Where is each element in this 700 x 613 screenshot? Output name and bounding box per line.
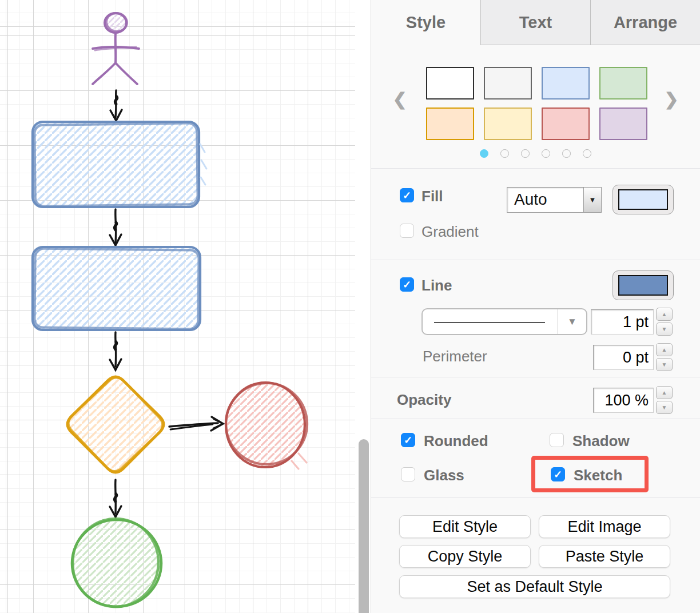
connector-arrow[interactable] — [110, 209, 121, 245]
line-color-button[interactable] — [612, 270, 674, 300]
chevron-left-icon[interactable]: ❮ — [388, 86, 411, 112]
fill-color-swatch — [618, 189, 668, 210]
style-presets-section: ❮ ❯ — [371, 45, 700, 169]
tab-style[interactable]: Style — [371, 0, 480, 45]
preset-page-dot[interactable] — [480, 149, 488, 158]
copy-style-button[interactable]: Copy Style — [399, 545, 531, 568]
line-label: Line — [421, 277, 452, 294]
tab-text[interactable]: Text — [480, 0, 590, 45]
actor-shape[interactable] — [93, 12, 139, 84]
style-preset-orange[interactable] — [426, 108, 474, 140]
style-preset-green[interactable] — [599, 67, 647, 99]
check-icon: ✓ — [403, 190, 411, 201]
opacity-stepper: ▲ ▼ — [656, 386, 673, 414]
rounded-label: Rounded — [424, 432, 488, 450]
style-buttons-section: Edit Style Edit Image Copy Style Paste S… — [371, 498, 700, 613]
tab-arrange[interactable]: Arrange — [590, 0, 700, 45]
check-icon: ✓ — [404, 435, 412, 445]
style-preset-blue[interactable] — [542, 67, 590, 99]
shadow-label: Shadow — [572, 432, 630, 450]
sketch-checkbox[interactable]: ✓ — [551, 467, 565, 481]
connector-arrow[interactable] — [110, 480, 121, 517]
process-rectangle-2[interactable] — [33, 247, 200, 330]
sketch-flowchart — [0, 0, 355, 613]
stepper-down-button[interactable]: ▼ — [656, 323, 673, 336]
preset-page-dot[interactable] — [521, 149, 530, 158]
gradient-label: Gradient — [421, 223, 479, 241]
format-panel: Style Text Arrange ❮ ❯ ✓ Fill Auto ▼ ✓ G… — [371, 0, 700, 613]
dropdown-arrow-icon: ▼ — [558, 309, 586, 334]
sketch-label: Sketch — [574, 467, 622, 484]
stepper-down-button[interactable]: ▼ — [656, 358, 673, 371]
stepper-up-button[interactable]: ▲ — [656, 343, 673, 356]
glass-checkbox[interactable]: ✓ — [401, 467, 415, 481]
style-preset-grid — [426, 67, 649, 140]
perimeter-input[interactable] — [593, 345, 654, 370]
paste-style-button[interactable]: Paste Style — [539, 545, 670, 568]
line-style-dropdown[interactable]: ▼ — [421, 308, 587, 335]
preset-page-dots — [371, 149, 700, 158]
preset-page-dot[interactable] — [500, 149, 509, 158]
gradient-checkbox[interactable]: ✓ — [400, 224, 414, 238]
stepper-down-button[interactable]: ▼ — [656, 401, 673, 414]
preset-page-dot[interactable] — [562, 149, 571, 158]
diagram-canvas[interactable] — [0, 0, 355, 613]
opacity-section: Opacity ▲ ▼ — [371, 377, 700, 419]
decision-diamond[interactable] — [67, 376, 164, 472]
perimeter-label: Perimeter — [423, 348, 487, 365]
style-preset-purple[interactable] — [599, 108, 647, 140]
edit-style-button[interactable]: Edit Style — [399, 515, 531, 538]
stepper-up-button[interactable]: ▲ — [656, 308, 673, 321]
fill-color-button[interactable] — [612, 185, 674, 214]
scrollbar-thumb[interactable] — [359, 439, 369, 613]
set-default-style-button[interactable]: Set as Default Style — [399, 575, 670, 598]
preset-page-dot[interactable] — [583, 149, 591, 158]
connector-arrow[interactable] — [110, 332, 121, 370]
fill-style-select[interactable]: Auto ▼ — [507, 187, 602, 213]
opacity-input[interactable] — [593, 388, 654, 413]
preset-page-dot[interactable] — [542, 149, 550, 158]
style-preset-red[interactable] — [542, 108, 590, 140]
fill-label: Fill — [421, 188, 443, 205]
perimeter-stepper: ▲ ▼ — [656, 343, 673, 371]
connector-arrow[interactable] — [110, 90, 122, 121]
opacity-label: Opacity — [397, 391, 451, 409]
chevron-right-icon[interactable]: ❯ — [660, 86, 683, 112]
line-style-preview — [423, 309, 558, 334]
style-preset-white[interactable] — [426, 67, 474, 99]
check-icon: ✓ — [403, 280, 411, 290]
shadow-checkbox[interactable]: ✓ — [550, 433, 564, 447]
stepper-up-button[interactable]: ▲ — [656, 386, 673, 399]
line-width-stepper: ▲ ▼ — [656, 308, 673, 336]
rounded-checkbox[interactable]: ✓ — [401, 433, 415, 447]
line-color-swatch — [618, 275, 668, 296]
vertical-scrollbar[interactable] — [355, 0, 371, 613]
dropdown-arrow-icon: ▼ — [583, 188, 601, 212]
style-preset-gray[interactable] — [484, 67, 532, 99]
fill-style-value: Auto — [507, 188, 583, 212]
line-width-input[interactable] — [591, 309, 654, 335]
glass-label: Glass — [424, 467, 464, 484]
terminal-circle-green[interactable] — [69, 515, 162, 610]
connector-arrow[interactable] — [169, 417, 223, 431]
fill-section: ✓ Fill Auto ▼ ✓ Gradient — [371, 169, 700, 260]
edit-image-button[interactable]: Edit Image — [539, 515, 670, 538]
fill-checkbox[interactable]: ✓ — [400, 188, 414, 202]
style-preset-yellow[interactable] — [484, 108, 532, 140]
line-section: ✓ Line ▼ ▲ ▼ Perimeter ▲ ▼ — [371, 260, 700, 377]
terminal-circle-red[interactable] — [222, 379, 311, 469]
format-tabs: Style Text Arrange — [371, 0, 700, 45]
drawio-window: Style Text Arrange ❮ ❯ ✓ Fill Auto ▼ ✓ G… — [0, 0, 700, 613]
check-icon: ✓ — [554, 469, 562, 480]
line-checkbox[interactable]: ✓ — [400, 277, 414, 292]
process-rectangle-1[interactable] — [33, 122, 206, 207]
effects-section: ✓ Rounded ✓ Shadow ✓ Glass ✓ Sketch — [371, 419, 700, 498]
